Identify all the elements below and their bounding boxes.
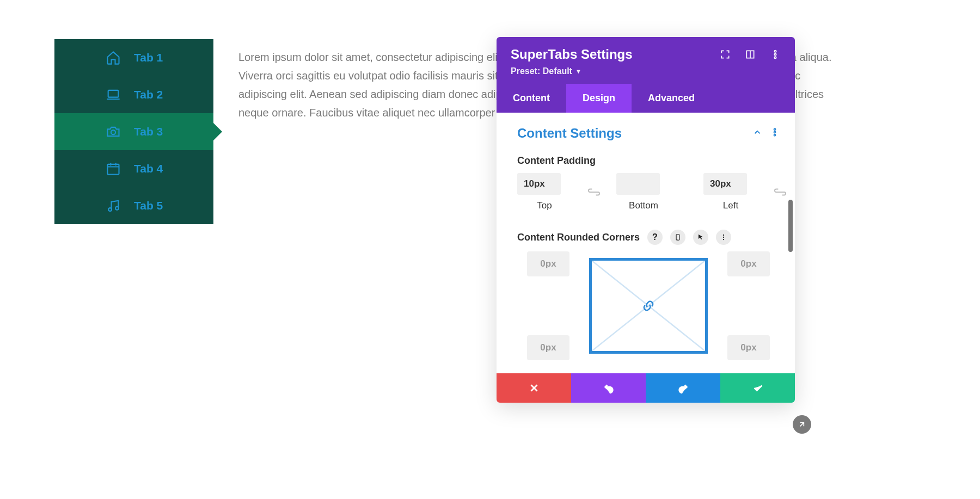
panel-header: SuperTabs Settings Preset: Default ▼ — [497, 37, 795, 84]
calendar-icon — [106, 161, 121, 176]
svg-point-3 — [108, 208, 112, 211]
link-icon[interactable] — [588, 173, 600, 211]
padding-left-input[interactable] — [703, 173, 747, 195]
corners-label: Content Rounded Corners — [517, 232, 640, 243]
corners-preview — [589, 258, 708, 354]
svg-point-1 — [111, 130, 115, 134]
home-icon — [106, 50, 121, 65]
tab-item-2[interactable]: Tab 2 — [54, 76, 213, 113]
expand-fab[interactable] — [793, 415, 811, 434]
tab-label: Tab 2 — [134, 88, 163, 101]
corner-tl-input[interactable] — [527, 251, 569, 276]
cursor-icon[interactable] — [693, 230, 708, 245]
rounded-corners-control — [517, 251, 780, 360]
padding-top-input[interactable] — [517, 173, 561, 195]
padding-controls: Top Bottom Left Right — [517, 173, 780, 211]
corner-tr-input[interactable] — [727, 251, 770, 276]
svg-point-13 — [723, 235, 724, 236]
caret-down-icon: ▼ — [575, 68, 581, 75]
help-icon[interactable]: ? — [647, 230, 663, 245]
settings-panel: SuperTabs Settings Preset: Default ▼ Con… — [497, 37, 795, 403]
phone-icon[interactable] — [670, 230, 685, 245]
svg-point-8 — [774, 57, 776, 58]
svg-point-11 — [774, 134, 776, 136]
tab-label: Tab 4 — [134, 162, 163, 175]
panel-tab-advanced[interactable]: Advanced — [632, 84, 711, 113]
panel-body: Content Settings Content Padding Top Bot… — [497, 113, 795, 373]
panel-footer — [497, 373, 795, 403]
collapse-icon[interactable] — [752, 127, 762, 139]
tab-item-3[interactable]: Tab 3 — [54, 113, 213, 150]
link-icon[interactable] — [641, 298, 656, 313]
tab-label: Tab 1 — [134, 51, 163, 64]
tab-item-4[interactable]: Tab 4 — [54, 150, 213, 187]
panel-title: SuperTabs Settings — [511, 47, 633, 62]
panel-tab-content[interactable]: Content — [497, 84, 566, 113]
preset-label: Preset: Default — [511, 66, 572, 76]
corner-bl-input[interactable] — [527, 335, 569, 360]
svg-rect-2 — [108, 164, 119, 175]
tab-label: Tab 5 — [134, 199, 163, 212]
svg-point-15 — [723, 239, 724, 240]
padding-bottom-label: Bottom — [616, 200, 671, 211]
more-vert-icon[interactable] — [716, 230, 731, 245]
undo-button[interactable] — [571, 373, 646, 403]
columns-icon[interactable] — [745, 49, 756, 60]
tab-item-1[interactable]: Tab 1 — [54, 39, 213, 76]
tab-label: Tab 3 — [134, 125, 163, 138]
padding-bottom-input[interactable] — [616, 173, 660, 195]
padding-top-label: Top — [517, 200, 572, 211]
svg-rect-0 — [108, 90, 119, 97]
svg-point-9 — [774, 128, 776, 130]
redo-button[interactable] — [646, 373, 720, 403]
music-icon — [106, 198, 121, 213]
preset-dropdown[interactable]: Preset: Default ▼ — [511, 66, 633, 76]
camera-icon — [106, 124, 121, 139]
cancel-button[interactable] — [497, 373, 571, 403]
laptop-icon — [106, 87, 121, 102]
panel-tabs: Content Design Advanced — [497, 84, 795, 113]
more-vert-icon[interactable] — [770, 49, 781, 60]
svg-point-14 — [723, 237, 724, 238]
svg-point-6 — [774, 51, 776, 52]
padding-label: Content Padding — [517, 155, 780, 167]
more-vert-icon[interactable] — [770, 127, 780, 139]
panel-tab-design[interactable]: Design — [566, 84, 632, 113]
link-icon[interactable] — [774, 173, 786, 211]
section-title: Content Settings — [517, 126, 622, 141]
padding-left-label: Left — [703, 200, 758, 211]
svg-point-7 — [774, 53, 776, 55]
vertical-tabs: Tab 1 Tab 2 Tab 3 Tab 4 Tab 5 — [54, 39, 213, 224]
corner-br-input[interactable] — [727, 335, 770, 360]
svg-point-4 — [115, 207, 119, 210]
scrollbar[interactable] — [788, 200, 793, 252]
tab-item-5[interactable]: Tab 5 — [54, 187, 213, 224]
save-button[interactable] — [720, 373, 795, 403]
fullscreen-icon[interactable] — [720, 49, 731, 60]
svg-point-10 — [774, 132, 776, 133]
